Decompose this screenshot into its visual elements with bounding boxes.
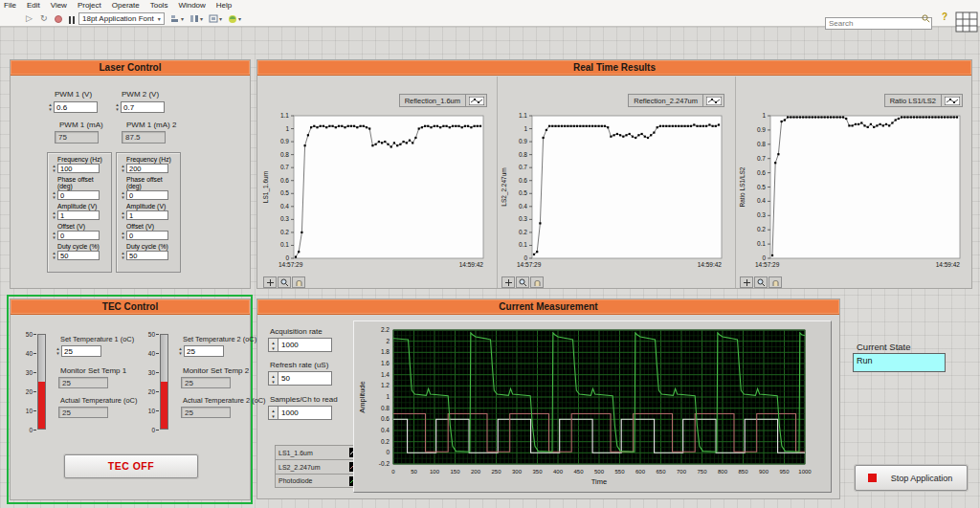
cluster-field-control[interactable]: ▴▾ bbox=[51, 164, 109, 173]
cluster-field-input[interactable] bbox=[57, 231, 100, 240]
cluster-field-input[interactable] bbox=[126, 190, 168, 200]
scatter-plot[interactable]: 00.10.20.30.40.50.60.70.80.9114:57:2914:… bbox=[738, 111, 968, 276]
context-help-icon[interactable]: ? bbox=[942, 11, 947, 22]
cluster-field-control[interactable]: ▴▾ bbox=[120, 164, 178, 173]
cluster-field-control[interactable]: ▴▾ bbox=[51, 210, 109, 220]
plot-line-style-icon[interactable] bbox=[466, 94, 487, 107]
search-icon[interactable] bbox=[922, 14, 930, 23]
menu-window[interactable]: Window bbox=[178, 1, 205, 10]
cursor-tool-button[interactable] bbox=[740, 276, 753, 288]
spinner-arrows-icon[interactable]: ▴▾ bbox=[120, 164, 126, 173]
ratio-ls1-ls2-chart[interactable]: 00.10.20.30.40.50.60.70.80.9114:57:2914:… bbox=[738, 111, 968, 276]
acquisition-rate-input[interactable] bbox=[278, 338, 332, 352]
spinner-arrows-icon[interactable]: ▴▾ bbox=[120, 251, 126, 260]
spinner-arrows-icon[interactable]: ▴▾ bbox=[268, 338, 278, 352]
cluster-field-input[interactable] bbox=[57, 210, 100, 220]
thermometer-track[interactable] bbox=[160, 334, 168, 430]
font-selector[interactable]: 18pt Application Font▾ bbox=[78, 12, 165, 25]
spinner-arrows-icon[interactable]: ▴▾ bbox=[177, 346, 184, 356]
zoom-tool-button[interactable] bbox=[516, 276, 529, 288]
cursor-tool-button[interactable] bbox=[263, 276, 277, 288]
align-objects-dropdown[interactable]: ▾ bbox=[168, 12, 186, 25]
tec-off-button[interactable]: TEC OFF bbox=[64, 454, 198, 478]
search-input[interactable] bbox=[825, 17, 932, 30]
plot-legend[interactable]: Reflection_2.247um bbox=[628, 94, 724, 107]
current-waveform-chart[interactable]: 0501001502002503003504004505005506006507… bbox=[355, 322, 830, 491]
scatter-plot[interactable]: 00.10.20.30.40.50.60.70.80.911.114:57:29… bbox=[500, 111, 729, 276]
cluster-field-control[interactable]: ▴▾ bbox=[120, 251, 178, 260]
cluster-field-input[interactable] bbox=[126, 210, 168, 220]
run-continuously-button[interactable]: ↻ bbox=[40, 12, 48, 25]
scatter-plot[interactable]: 00.10.20.30.40.50.60.70.80.911.114:57:29… bbox=[261, 111, 491, 276]
resize-objects-dropdown[interactable]: ▾ bbox=[207, 12, 224, 25]
thermometer-track[interactable] bbox=[37, 334, 46, 430]
spinner-arrows-icon[interactable]: ▴▾ bbox=[120, 231, 126, 240]
cluster-field-control[interactable]: ▴▾ bbox=[51, 231, 109, 240]
pan-tool-button[interactable] bbox=[768, 276, 782, 288]
menu-help[interactable]: Help bbox=[216, 1, 232, 10]
cluster-field-control[interactable]: ▴▾ bbox=[51, 190, 109, 200]
pwm2-v-input[interactable] bbox=[121, 101, 165, 113]
distribute-objects-dropdown[interactable]: ▾ bbox=[188, 12, 205, 25]
spinner-arrows-icon[interactable]: ▴▾ bbox=[51, 231, 57, 240]
spinner-arrows-icon[interactable]: ▴▾ bbox=[120, 190, 126, 200]
pwm1-v-input[interactable] bbox=[54, 101, 98, 113]
run-button[interactable]: ▷ bbox=[26, 12, 33, 25]
spinner-arrows-icon[interactable]: ▴▾ bbox=[120, 210, 126, 220]
reflection-2-247um-chart[interactable]: 00.10.20.30.40.50.60.70.80.911.114:57:29… bbox=[500, 111, 729, 276]
plot-line-style-icon[interactable] bbox=[942, 94, 963, 107]
cluster-field-input[interactable] bbox=[57, 251, 100, 260]
menu-view[interactable]: View bbox=[51, 1, 67, 10]
spinner-arrows-icon[interactable]: ▴▾ bbox=[51, 190, 57, 200]
spinner-arrows-icon[interactable]: ▴▾ bbox=[51, 251, 57, 260]
refresh-rate-control[interactable]: ▴▾ bbox=[268, 371, 332, 386]
cluster-field-control[interactable]: ▴▾ bbox=[120, 190, 178, 200]
cluster-field-input[interactable] bbox=[126, 231, 168, 240]
menu-project[interactable]: Project bbox=[78, 1, 101, 10]
set-temp-1-control[interactable]: ▴▾ bbox=[55, 345, 101, 357]
samples-per-ch-control[interactable]: ▴▾ bbox=[268, 406, 332, 420]
set-temp-2-control[interactable]: ▴▾ bbox=[177, 345, 224, 357]
pan-tool-button[interactable] bbox=[530, 276, 544, 288]
spinner-arrows-icon[interactable]: ▴▾ bbox=[55, 346, 61, 356]
spinner-arrows-icon[interactable]: ▴▾ bbox=[51, 210, 57, 220]
cursor-tool-button[interactable] bbox=[501, 276, 515, 288]
cluster-field-input[interactable] bbox=[57, 190, 100, 200]
plot-legend[interactable]: Reflection_1.6um bbox=[399, 94, 487, 107]
spinner-arrows-icon[interactable]: ▴▾ bbox=[268, 406, 278, 420]
abort-button[interactable] bbox=[55, 12, 62, 25]
menu-edit[interactable]: Edit bbox=[27, 1, 40, 10]
cluster-field-input[interactable] bbox=[57, 164, 100, 173]
menu-file[interactable]: File bbox=[4, 1, 16, 10]
spinner-arrows-icon[interactable]: ▴▾ bbox=[268, 371, 278, 386]
stop-application-button[interactable]: Stop Application bbox=[855, 465, 968, 491]
cluster-field-input[interactable] bbox=[126, 164, 168, 173]
samples-per-ch-input[interactable] bbox=[278, 406, 332, 420]
cluster-field-input[interactable] bbox=[126, 251, 168, 260]
acquisition-rate-control[interactable]: ▴▾ bbox=[268, 338, 332, 352]
thermometer-tick bbox=[156, 410, 159, 411]
spinner-arrows-icon[interactable]: ▴▾ bbox=[51, 164, 57, 173]
pan-tool-button[interactable] bbox=[292, 276, 305, 288]
cluster-field-control[interactable]: ▴▾ bbox=[120, 231, 178, 240]
pwm2-v-control[interactable]: ▴▾ bbox=[114, 101, 165, 113]
cluster-field-control[interactable]: ▴▾ bbox=[51, 251, 109, 260]
zoom-tool-button[interactable] bbox=[754, 276, 768, 288]
menu-operate[interactable]: Operate bbox=[112, 1, 140, 10]
menu-tools[interactable]: Tools bbox=[150, 1, 168, 10]
cluster-field-control[interactable]: ▴▾ bbox=[120, 210, 178, 220]
refresh-rate-input[interactable] bbox=[278, 371, 332, 386]
waveform-plot[interactable]: 0501001502002503003504004505005506006507… bbox=[355, 322, 830, 491]
reorder-dropdown[interactable]: ▾ bbox=[226, 12, 243, 25]
pause-button[interactable] bbox=[68, 12, 76, 25]
plot-line-style-icon[interactable] bbox=[703, 94, 724, 107]
plot-legend[interactable]: Ratio LS1/LS2 bbox=[884, 94, 963, 107]
spinner-arrows-icon[interactable]: ▴▾ bbox=[47, 102, 54, 112]
pwm1-v-control[interactable]: ▴▾ bbox=[47, 101, 98, 113]
set-temp-2-input[interactable] bbox=[184, 345, 224, 357]
reflection-1-6um-chart[interactable]: 00.10.20.30.40.50.60.70.80.911.114:57:29… bbox=[261, 111, 491, 276]
zoom-tool-button[interactable] bbox=[278, 276, 291, 288]
set-temp-1-input[interactable] bbox=[61, 345, 101, 357]
spinner-arrows-icon[interactable]: ▴▾ bbox=[114, 102, 121, 112]
window-grid-icon[interactable] bbox=[955, 11, 978, 33]
